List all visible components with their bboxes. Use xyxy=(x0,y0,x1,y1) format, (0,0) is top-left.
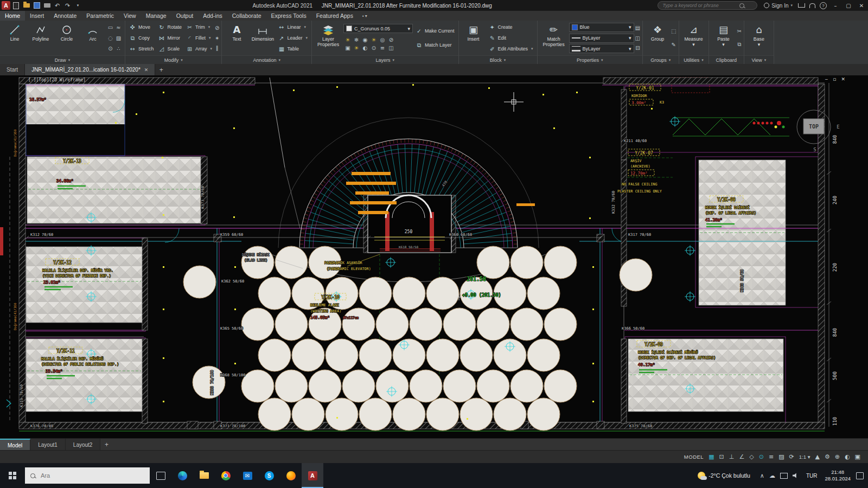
notifications-icon[interactable] xyxy=(809,3,815,8)
properties-palette-icon[interactable]: ▤ xyxy=(635,25,640,31)
layer-on-icon[interactable]: ☀ xyxy=(343,36,352,44)
mirror-tool[interactable]: ⋈Mirror xyxy=(157,34,184,43)
rectangle-icon[interactable]: ▭ xyxy=(106,23,114,31)
lineweight-display-icon[interactable]: ≡ xyxy=(769,453,774,460)
layer-unlock-icon[interactable]: ◐ xyxy=(361,44,369,52)
weather-widget[interactable]: -2°C Çok bulutlu xyxy=(692,472,756,479)
action-center-icon[interactable] xyxy=(856,472,864,479)
grid-display-icon[interactable]: ▦ xyxy=(709,453,714,460)
ribbon-display-toggle[interactable]: ▪▾ xyxy=(358,11,372,21)
cut-icon[interactable]: ✂ xyxy=(737,28,742,34)
snap-mode-icon[interactable]: ⊡ xyxy=(719,453,724,460)
layer-delete-icon[interactable]: ≡ xyxy=(378,44,387,52)
isodraft-icon[interactable]: ◇ xyxy=(749,453,754,460)
qat-dropdown-icon[interactable]: ▾ xyxy=(74,2,81,9)
start-button[interactable] xyxy=(0,463,25,488)
autocad-taskbar-button[interactable]: A xyxy=(302,463,323,488)
file-explorer-button[interactable] xyxy=(193,463,215,488)
workspace-switching-icon[interactable]: ⚙ xyxy=(825,453,830,460)
language-indicator[interactable]: TUR xyxy=(803,473,821,479)
scale-tool[interactable]: ◿Scale xyxy=(157,44,184,53)
ribbon-tab-parametric[interactable]: Parametric xyxy=(81,11,119,21)
layer-unisolate-icon[interactable]: ◎ xyxy=(378,36,387,44)
properties-panel-label[interactable]: Properties▾ xyxy=(538,55,642,64)
insert-tool[interactable]: ▣ Insert xyxy=(461,21,486,55)
layer-lock-icon[interactable]: ◉ xyxy=(361,36,369,44)
ribbon-tab-addins[interactable]: Add-ins xyxy=(198,11,227,21)
help-search-input[interactable] xyxy=(661,2,739,9)
undo-icon[interactable]: ↶ xyxy=(54,2,61,9)
ribbon-tab-collaborate[interactable]: Collaborate xyxy=(227,11,266,21)
measure-tool[interactable]: ⊿ Measure ▾ xyxy=(681,21,706,55)
close-icon[interactable]: ✕ xyxy=(855,3,868,9)
layer-properties-tool[interactable]: Layer Properties xyxy=(314,21,342,55)
autocad-app-button[interactable]: A xyxy=(2,1,10,10)
fillet-tool[interactable]: ◜Fillet▾ xyxy=(184,34,214,43)
layout2-tab[interactable]: Layout2 xyxy=(66,439,101,451)
redo-icon[interactable]: ↷ xyxy=(64,2,71,9)
annotation-scale[interactable]: 1:1 ▾ xyxy=(799,454,810,460)
transparency-icon[interactable]: ◫ xyxy=(635,35,640,41)
stretch-tool[interactable]: ↔Stretch xyxy=(127,44,156,53)
group-tool[interactable]: ❖ Group xyxy=(645,21,670,55)
app-store-icon[interactable] xyxy=(798,3,805,8)
chrome-button[interactable] xyxy=(215,463,237,488)
point-icon[interactable]: ∴ xyxy=(114,44,123,53)
clipboard-panel-label[interactable]: Clipboard xyxy=(709,55,744,64)
donut-icon[interactable]: ⊙ xyxy=(106,44,114,53)
polar-tracking-icon[interactable]: ∠ xyxy=(739,453,744,460)
edge-button[interactable] xyxy=(171,463,193,488)
base-view-tool[interactable]: ⌂ Base ▾ xyxy=(746,21,771,55)
groups-panel-label[interactable]: Groups▾ xyxy=(643,55,678,64)
restore-icon[interactable]: ▢ xyxy=(842,3,855,9)
new-drawing-button[interactable]: + xyxy=(155,64,167,75)
array-tool[interactable]: ⊞Array▾ xyxy=(184,44,214,53)
selection-cycling-icon[interactable]: ⟳ xyxy=(789,453,794,460)
layer-thaw-icon[interactable]: ☀ xyxy=(352,44,361,52)
sign-in-button[interactable]: Sign In ▾ xyxy=(764,3,793,9)
tab-close-icon[interactable]: ✕ xyxy=(144,67,149,73)
rotate-tool[interactable]: ↻Rotate xyxy=(157,23,184,32)
cloud-icon[interactable]: ☁ xyxy=(769,472,775,479)
doc-restore-icon[interactable]: ▫ xyxy=(833,76,836,82)
taskbar-search[interactable] xyxy=(25,467,150,484)
line-tool[interactable]: Line xyxy=(2,21,27,55)
model-space-toggle[interactable]: MODEL xyxy=(684,454,704,460)
viewport-controls[interactable]: [-][Top][2D Wireframe] xyxy=(28,78,86,82)
layer-off-icon[interactable]: ⊘ xyxy=(387,36,395,44)
volume-icon[interactable] xyxy=(793,473,799,478)
linear-tool[interactable]: ↔Linear▾ xyxy=(276,23,309,32)
new-layout-button[interactable]: + xyxy=(100,439,112,451)
drawing-canvas[interactable]: Y/2K-13 34.66m² 16.57m² Y/2K-12 HALKLA İ… xyxy=(0,75,868,438)
erase-icon[interactable]: ⊘ xyxy=(215,25,219,31)
save-icon[interactable] xyxy=(33,2,40,9)
plot-icon[interactable] xyxy=(43,2,50,9)
ribbon-tab-insert[interactable]: Insert xyxy=(25,11,49,21)
viewcube-east[interactable]: E xyxy=(837,124,839,130)
skype-button[interactable]: S xyxy=(258,463,280,488)
linetype-dropdown[interactable]: ByLayer ▾ xyxy=(569,34,634,43)
make-current-tool[interactable]: ✓Make Current xyxy=(414,26,456,35)
annotation-monitor-icon[interactable]: ⊕ xyxy=(835,453,840,460)
start-tab[interactable]: Start xyxy=(0,64,25,75)
drawing-tab[interactable]: JNR_MİMARİ_22.01.20...ication 16-01-2020… xyxy=(25,64,155,75)
isolate-objects-icon[interactable]: ◐ xyxy=(845,453,850,460)
block-panel-label[interactable]: Block▾ xyxy=(459,55,537,64)
ribbon-tab-view[interactable]: View xyxy=(119,11,141,21)
layer-isolate-icon[interactable]: ☀ xyxy=(369,36,378,44)
viewcube-south[interactable]: S xyxy=(813,147,816,152)
view-panel-label[interactable]: View▾ xyxy=(744,55,774,64)
clean-screen-icon[interactable]: ▣ xyxy=(855,453,860,460)
clock[interactable]: 21:48 28.01.2024 xyxy=(820,469,855,482)
layer-walk-icon[interactable]: ▣ xyxy=(343,44,352,52)
revision-cloud-icon[interactable]: ≈ xyxy=(114,23,123,31)
lineweight-dropdown[interactable]: ByLayer ▾ xyxy=(569,44,634,53)
polyline-tool[interactable]: Polyline xyxy=(28,21,53,55)
list-icon[interactable]: ⊟ xyxy=(635,45,640,51)
match-properties-tool[interactable]: ✏ Match Properties xyxy=(540,21,568,55)
circle-tool[interactable]: Circle xyxy=(54,21,79,55)
move-tool[interactable]: ✜Move xyxy=(127,23,156,32)
color-dropdown[interactable]: Blue ▾ xyxy=(569,23,634,32)
minimize-icon[interactable]: – xyxy=(829,3,842,9)
doc-minimize-icon[interactable]: ‒ xyxy=(825,76,828,82)
